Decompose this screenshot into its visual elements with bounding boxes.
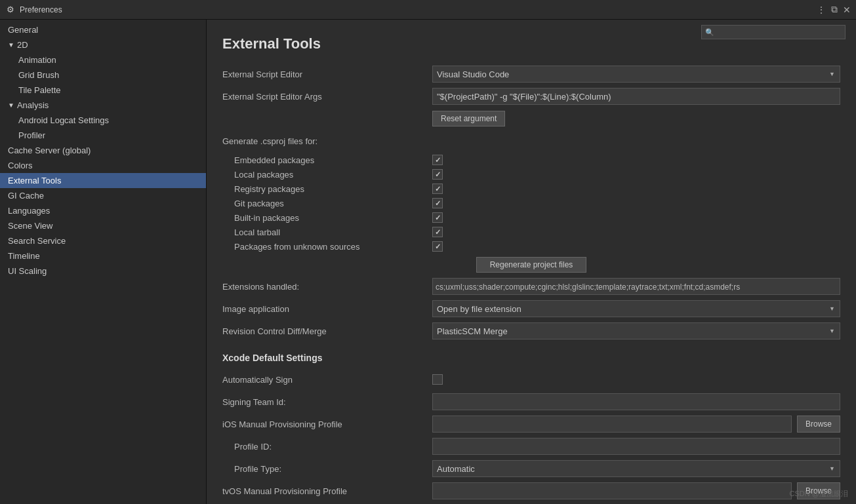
script-editor-select[interactable]: Visual Studio Code: [432, 66, 840, 83]
checkbox-1[interactable]: [432, 169, 443, 180]
sidebar-label-android-logcat: Android Logcat Settings: [18, 115, 109, 125]
image-app-select[interactable]: Open by file extension: [432, 300, 840, 317]
ios-manual-browse-row: Browse: [432, 416, 840, 433]
checkbox-row-6: Packages from unknown sources: [222, 241, 840, 252]
auto-sign-checkbox[interactable]: [432, 374, 443, 385]
sidebar-item-timeline[interactable]: Timeline: [0, 248, 206, 263]
sidebar-item-animation[interactable]: Animation: [0, 52, 206, 68]
sidebar-item-analysis[interactable]: ▼Analysis: [0, 98, 206, 113]
signing-team-label: Signing Team Id:: [222, 397, 432, 407]
sidebar-label-cache-server: Cache Server (global): [8, 145, 91, 155]
checkbox-row-3: Git packages: [222, 198, 840, 208]
sidebar-item-external-tools[interactable]: External Tools: [0, 173, 206, 188]
regen-row: Regenerate project files: [222, 257, 840, 273]
ios-profile-type-control: Automatic: [432, 460, 840, 477]
sidebar-item-scene-view[interactable]: Scene View: [0, 218, 206, 233]
generate-label: Generate .csproj files for:: [222, 136, 432, 146]
restore-icon[interactable]: ⧉: [831, 4, 838, 15]
ios-profile-id-input[interactable]: [432, 438, 840, 455]
sidebar-label-colors: Colors: [8, 161, 33, 170]
checkbox-label-1: Local packages: [222, 170, 432, 180]
window-controls: ⋮ ⧉ ✕: [817, 4, 851, 15]
regen-button[interactable]: Regenerate project files: [476, 257, 587, 273]
sidebar-item-colors[interactable]: Colors: [0, 158, 206, 173]
sidebar-item-grid-brush[interactable]: Grid Brush: [0, 68, 206, 83]
sidebar-item-languages[interactable]: Languages: [0, 203, 206, 218]
ios-manual-input[interactable]: [432, 416, 792, 433]
sidebar-item-tile-palette[interactable]: Tile Palette: [0, 83, 206, 98]
tvos-manual-control: Browse: [432, 482, 840, 499]
content-area: 🔍 External Tools External Script Editor …: [207, 20, 856, 504]
sidebar-label-gi-cache: GI Cache: [8, 191, 44, 201]
sidebar-item-ui-scaling[interactable]: UI Scaling: [0, 263, 206, 279]
checkbox-6[interactable]: [432, 241, 443, 252]
sidebar-arrow-2d: ▼: [8, 41, 14, 48]
checkbox-2[interactable]: [432, 184, 443, 194]
sidebar-item-gi-cache[interactable]: GI Cache: [0, 188, 206, 203]
extensions-label: Extensions handled:: [222, 282, 432, 292]
watermark: CSDN @溢流眼泪: [790, 489, 848, 499]
sidebar-label-timeline: Timeline: [8, 251, 40, 261]
script-editor-args-input[interactable]: [432, 88, 840, 105]
revision-control-select[interactable]: PlasticSCM Merge: [432, 322, 840, 339]
tvos-manual-input[interactable]: [432, 482, 792, 499]
main-container: General▼2DAnimationGrid BrushTile Palett…: [0, 20, 856, 504]
checkbox-0[interactable]: [432, 155, 443, 165]
search-bar: 🔍: [701, 25, 846, 39]
image-app-select-wrapper: Open by file extension: [432, 300, 840, 317]
sidebar-label-profiler: Profiler: [18, 130, 45, 140]
sidebar-item-cache-server[interactable]: Cache Server (global): [0, 143, 206, 158]
sidebar-item-2d[interactable]: ▼2D: [0, 37, 206, 52]
sidebar-label-search-service: Search Service: [8, 236, 66, 246]
ios-profile-id-control: [432, 438, 840, 455]
ios-browse-button[interactable]: Browse: [797, 416, 840, 433]
sidebar-item-search-service[interactable]: Search Service: [0, 233, 206, 248]
image-app-row: Image application Open by file extension: [222, 300, 840, 317]
checkbox-label-0: Embedded packages: [222, 155, 432, 165]
script-editor-args-row: External Script Editor Args: [222, 88, 840, 105]
script-editor-args-label: External Script Editor Args: [222, 92, 432, 102]
sidebar-item-profiler[interactable]: Profiler: [0, 128, 206, 143]
app-icon: ⚙: [5, 5, 16, 15]
checkbox-label-5: Local tarball: [222, 227, 432, 237]
close-icon[interactable]: ✕: [843, 5, 851, 15]
extensions-control: cs;uxml;uss;shader;compute;cginc;hlsl;gl…: [432, 278, 840, 295]
image-app-control: Open by file extension: [432, 300, 840, 317]
sidebar-label-tile-palette: Tile Palette: [18, 85, 61, 95]
script-editor-args-control: [432, 88, 840, 105]
script-editor-select-wrapper: Visual Studio Code: [432, 66, 840, 83]
checkbox-row-5: Local tarball: [222, 227, 840, 237]
sidebar-label-2d: 2D: [17, 40, 28, 50]
generate-label-row: Generate .csproj files for:: [222, 132, 840, 149]
ios-profile-id-row: Profile ID:: [222, 438, 840, 455]
checkbox-row-0: Embedded packages: [222, 155, 840, 165]
signing-team-input[interactable]: [432, 393, 840, 410]
revision-control-label: Revision Control Diff/Merge: [222, 326, 432, 336]
checkbox-3[interactable]: [432, 198, 443, 208]
ios-manual-label: iOS Manual Provisioning Profile: [222, 419, 432, 429]
tvos-manual-label: tvOS Manual Provisioning Profile: [222, 486, 432, 496]
auto-sign-control: [432, 374, 840, 385]
search-input[interactable]: [701, 25, 846, 39]
checkboxes-container: Embedded packagesLocal packagesRegistry …: [222, 155, 840, 252]
title-bar: ⚙ Preferences ⋮ ⧉ ✕: [0, 0, 856, 20]
signing-team-control: [432, 393, 840, 410]
checkbox-4[interactable]: [432, 212, 443, 223]
ios-profile-type-select[interactable]: Automatic: [432, 460, 840, 477]
checkbox-5[interactable]: [432, 227, 443, 237]
sidebar-label-grid-brush: Grid Brush: [18, 70, 59, 80]
reset-arg-button[interactable]: Reset argument: [432, 111, 505, 126]
sidebar-label-animation: Animation: [18, 55, 56, 65]
sidebar-label-general: General: [8, 25, 38, 35]
sidebar-item-android-logcat[interactable]: Android Logcat Settings: [0, 113, 206, 128]
checkbox-row-2: Registry packages: [222, 184, 840, 194]
window-title: Preferences: [20, 5, 62, 14]
sidebar: General▼2DAnimationGrid BrushTile Palett…: [0, 20, 207, 504]
more-options-icon[interactable]: ⋮: [817, 5, 826, 15]
checkbox-label-4: Built-in packages: [222, 213, 432, 223]
tvos-manual-browse-row: Browse: [432, 482, 840, 499]
sidebar-item-general[interactable]: General: [0, 22, 206, 37]
sidebar-label-analysis: Analysis: [17, 100, 49, 110]
revision-control-row: Revision Control Diff/Merge PlasticSCM M…: [222, 322, 840, 339]
checkbox-label-2: Registry packages: [222, 184, 432, 194]
